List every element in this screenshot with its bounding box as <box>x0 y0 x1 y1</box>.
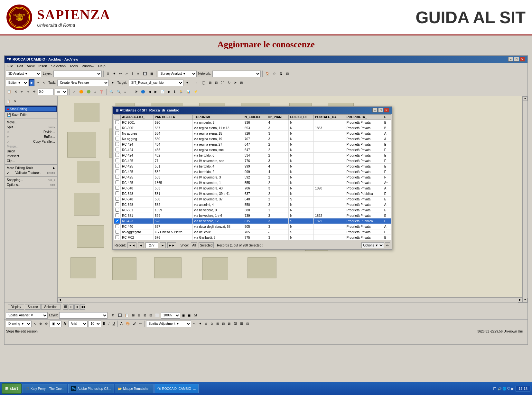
tool-btn-1[interactable]: ⚙ <box>105 70 111 77</box>
font-color-btn[interactable]: 🎨 <box>125 320 131 327</box>
underline-btn[interactable]: U <box>111 320 116 327</box>
attr-minimize-button[interactable]: − <box>372 108 378 112</box>
row-checkbox[interactable] <box>114 120 121 125</box>
row-checkbox[interactable] <box>114 158 121 164</box>
split-item[interactable]: Split... Interv <box>5 125 57 130</box>
row-checkbox[interactable] <box>114 125 121 131</box>
layer-dropdown[interactable] <box>53 71 102 77</box>
row-checkbox[interactable] <box>114 218 121 224</box>
drawing-select[interactable]: ↖ <box>32 320 37 327</box>
table-row[interactable]: RC-423 528 via belvedere, 12 815 3 S 182… <box>114 218 391 224</box>
drawing-ptr[interactable]: ⊙ <box>44 320 49 327</box>
sadj-tool-3[interactable]: ⊕ <box>203 320 209 327</box>
show-all-btn[interactable]: All <box>191 242 197 248</box>
scroll-bar-bottom[interactable]: ◀ ▶ <box>58 297 522 303</box>
sadj-tool-8[interactable]: 🖫 <box>232 320 238 327</box>
sadj-tool-5[interactable]: ⊞ <box>215 320 220 327</box>
zoom-btn-5[interactable]: ⟳ <box>134 88 139 95</box>
play-btn[interactable]: ▶ <box>29 79 34 86</box>
row-checkbox[interactable] <box>114 164 121 169</box>
nav-btn-2[interactable]: ☆ <box>272 70 277 77</box>
editor-dropdown[interactable]: Editor ▼ <box>6 80 28 86</box>
edit-tool-4[interactable]: ⊡ <box>214 79 219 86</box>
more-editing-tools-item[interactable]: More Editing Tools ▶ <box>5 166 57 170</box>
buffer-item[interactable]: ✏ Buffer... <box>5 134 57 139</box>
table-row[interactable]: RC-9001 590 via umberto, 2 936 4 N Propr… <box>114 120 391 125</box>
table-row[interactable]: RC-9001 587 via regina elena, 11 e 13 65… <box>114 125 391 131</box>
select-btn[interactable]: ↖ <box>42 79 47 86</box>
sub-btn-1[interactable]: 📋 <box>6 88 12 95</box>
sub-btn-2[interactable]: ✕ <box>13 88 18 95</box>
table-row[interactable]: RC-424 465 via regina elena, snc 647 2 N… <box>114 147 391 153</box>
table-row[interactable]: RC-424 462 via bertoldo, 6 334 2 N Propr… <box>114 153 391 158</box>
row-checkbox[interactable] <box>114 213 121 218</box>
row-checkbox[interactable] <box>114 142 121 147</box>
edit-tool-7[interactable]: ➤ <box>233 79 238 86</box>
zoom-btn-4[interactable]: :: <box>128 88 133 95</box>
taskbar-item-rocca[interactable]: 🗺 ROCCA DI CAMBIO -... <box>154 384 199 393</box>
sadj-tool-10[interactable]: ⊡ <box>245 320 250 327</box>
menu-tools[interactable]: Tools <box>68 64 79 68</box>
row-checkbox[interactable] <box>114 175 121 180</box>
spatial-tool-8[interactable]: ⬜ <box>154 312 160 319</box>
col-header-aggregato[interactable]: AGGREGATO_ <box>121 115 154 120</box>
menu-window[interactable]: Window <box>80 64 96 68</box>
row-checkbox[interactable] <box>114 197 121 202</box>
zoom-btn-11[interactable]: ℹ <box>173 88 177 95</box>
start-button[interactable]: ⊞ start <box>2 383 22 394</box>
clip-item[interactable]: Clip... <box>5 159 57 163</box>
spatial-tool-6[interactable]: ⊠ <box>142 312 147 319</box>
zoom-btn-9[interactable]: 📄 <box>159 88 166 95</box>
font-size-dropdown[interactable]: 10 <box>88 321 101 327</box>
zoom-btn-2[interactable]: 🔍 <box>116 88 122 95</box>
analyst-dropdown[interactable]: 3D Analyst ▼ <box>6 71 41 77</box>
pb-btn-2[interactable]: ▷ <box>69 304 74 310</box>
attr-close-button[interactable]: ✕ <box>384 108 389 112</box>
edit-tool-1[interactable]: ⟋ <box>194 79 200 86</box>
edit-tool-2[interactable]: ◯ <box>201 79 207 86</box>
target-dropdown[interactable]: SIT_Rocca_di_cambio <box>129 80 183 86</box>
row-checkbox[interactable] <box>114 202 121 207</box>
col-header-particella[interactable]: PARTICELLA <box>154 115 193 120</box>
pb-btn-4[interactable]: ◀◀ <box>80 304 85 310</box>
zoom-percent-dropdown[interactable]: 100% <box>161 312 180 319</box>
menu-view[interactable]: View <box>25 64 36 68</box>
row-checkbox[interactable] <box>114 229 121 235</box>
tool-btn-4[interactable]: ↗ <box>124 70 129 77</box>
network-dropdown[interactable] <box>212 71 261 77</box>
zoom-btn-14[interactable]: ⚡ <box>192 88 199 95</box>
draw-btn-3[interactable]: 🟢 <box>85 88 92 95</box>
redo-btn[interactable]: ↪ <box>25 88 31 95</box>
sadj-tool-7[interactable]: ⊠ <box>227 320 232 327</box>
pb-btn-1[interactable]: ⬛ <box>63 304 68 310</box>
edit-pencil-btn[interactable]: ✏ <box>385 242 390 248</box>
row-checkbox[interactable] <box>114 191 121 197</box>
source-tab[interactable]: Source <box>25 304 41 310</box>
drawing-dropdown[interactable]: Drawing ▼ <box>6 321 32 327</box>
table-row[interactable]: RC-M02 576 via Garibaldi, 8 775 3 N Prop… <box>114 235 391 240</box>
row-checkbox[interactable] <box>114 207 121 213</box>
scroll-down-btn[interactable]: ▼ <box>523 298 527 303</box>
table-row[interactable]: RC-348 581 via IV novembre, 39 e 41 637 … <box>114 191 391 197</box>
row-checkbox[interactable] <box>114 224 121 229</box>
spatial-tool-4[interactable]: ⊞ <box>131 312 136 319</box>
sadj-tool-4[interactable]: ⊙ <box>209 320 214 327</box>
table-row[interactable]: No aggreg 530 via regina elena, 19 707 3… <box>114 136 391 142</box>
nav-next-btn[interactable]: ► <box>160 242 166 248</box>
col-header-proprieta[interactable]: PROPRIETA_ <box>345 115 383 120</box>
tool-btn-6[interactable]: ≡ <box>136 70 141 77</box>
tool-btn-8[interactable]: ▦ <box>149 70 154 77</box>
task-dropdown[interactable]: Create New Feature <box>57 80 109 86</box>
spatial-tool-9[interactable]: ◼ <box>181 312 186 319</box>
zoom-btn-8[interactable]: ▶ <box>153 88 158 95</box>
unit-dropdown[interactable]: m <box>55 89 68 95</box>
nav-btn-1[interactable]: 🏠 <box>264 70 271 77</box>
survey-dropdown[interactable]: Survey Analyst ▼ <box>158 71 197 77</box>
sadj-tool-6[interactable]: ⊟ <box>221 320 226 327</box>
union-item[interactable]: Union <box>5 149 57 154</box>
spatial-tool-5[interactable]: ⊟ <box>136 312 142 319</box>
scroll-up-btn[interactable]: ▲ <box>523 96 527 101</box>
pb-btn-3[interactable]: ⏸ <box>74 304 79 310</box>
zoom-btn-13[interactable]: 📊 <box>185 88 191 95</box>
taskbar-item-photoshop[interactable]: Ps Adobe Photoshop CS... <box>68 384 114 393</box>
